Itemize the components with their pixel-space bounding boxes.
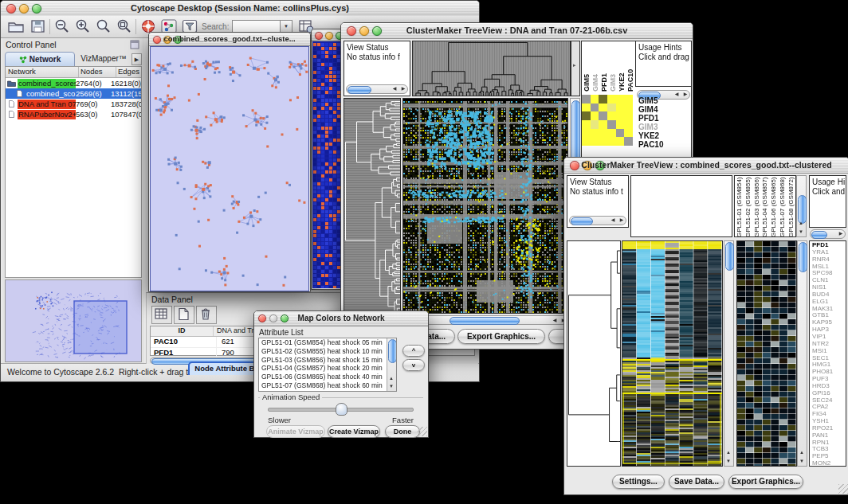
tv2-column-label: GPL51-04 (GSM857): [761, 177, 770, 237]
dialog-title-bar[interactable]: Map Colors to Network: [254, 311, 428, 326]
new-attribute-button[interactable]: [174, 306, 194, 324]
matrix-cell: [624, 137, 633, 146]
close-icon[interactable]: [315, 32, 323, 40]
tv1-gene-label[interactable]: PFD1: [635, 114, 691, 123]
tv1-status-scrollbar[interactable]: ◀ ▶: [346, 84, 408, 94]
attribute-list-item[interactable]: GPL51-04 (GSM857) heat shock 20 min: [259, 364, 396, 373]
animate-vizmap-button[interactable]: Animate Vizmap: [266, 425, 325, 438]
network-tree-row[interactable]: RNAPuberNov2+!563(0)107847(0): [6, 109, 141, 119]
tv1-gene-label[interactable]: YKE2: [635, 131, 691, 140]
tab-overflow-button[interactable]: ▶: [132, 53, 142, 65]
zoom-fit-icon[interactable]: [95, 18, 112, 34]
tv1-gene-label[interactable]: PAC10: [635, 140, 691, 149]
tab-vizmapper[interactable]: VizMapper™: [74, 52, 133, 65]
minimize-icon[interactable]: [325, 32, 333, 40]
network-tree-row[interactable]: combined_sco2569(6)13112(15): [6, 88, 141, 99]
matrix-cell: [607, 95, 616, 104]
tv2-view-status-panel: View Status No status info t ◀ ▶: [567, 175, 629, 228]
tv2-column-label: GPL51-02 (GSM855): [744, 177, 753, 237]
float-panel-icon[interactable]: [130, 40, 139, 49]
tv1-summary-matrix[interactable]: [582, 95, 633, 146]
tv1-gene-label[interactable]: GIM5: [635, 96, 691, 105]
splitter-arrow-icon: ▸: [573, 62, 576, 68]
control-panel-title: Control Panel: [6, 40, 57, 49]
main-title-bar[interactable]: Cytoscape Desktop (Session Name: collins…: [1, 1, 479, 17]
network-window-title-bar[interactable]: combined_scores_good.txt--cluste...: [149, 33, 310, 46]
tv1-column-label: GIM4: [591, 41, 599, 92]
zoom-in-icon[interactable]: [74, 18, 92, 34]
attribute-list-item[interactable]: GPL51-01 (GSM854) heat shock 05 min: [259, 338, 396, 347]
speed-slider-thumb[interactable]: [336, 403, 347, 416]
tv1-splitter[interactable]: ▸: [571, 41, 580, 96]
network-tree-row[interactable]: DNA and Tran 07769(0)183728(0): [6, 99, 141, 109]
tv1-gene-label[interactable]: GIM3: [635, 123, 691, 131]
tv2-hints-scrollbar[interactable]: ▶: [810, 229, 846, 239]
network-canvas[interactable]: [150, 46, 309, 291]
resize-grip[interactable]: [418, 427, 427, 436]
attribute-table-button[interactable]: [151, 306, 172, 324]
tv1-view-status-title: View Status: [344, 41, 410, 53]
treeview1-title: ClusterMaker TreeView : DNA and Tran 07-…: [341, 25, 693, 35]
done-button[interactable]: Done: [385, 425, 420, 438]
tv1-row-dendrogram[interactable]: [344, 98, 401, 318]
network-name-cell[interactable]: DNA and Tran 07: [6, 99, 76, 109]
col-header-nodes[interactable]: Nodes: [79, 67, 116, 77]
tv1-export-graphics-button[interactable]: Export Graphics...: [457, 329, 545, 344]
matrix-cell: [607, 104, 616, 112]
grid-network-canvas[interactable]: [312, 41, 341, 288]
delete-attribute-button[interactable]: [196, 306, 217, 324]
tv2-collabels-scrollbar[interactable]: ▲ ▼: [796, 175, 807, 237]
move-up-button[interactable]: ^: [402, 345, 425, 357]
tv1-gene-label[interactable]: GIM4: [635, 105, 691, 114]
network-tree-row[interactable]: combined_scores2764(0)16218(0): [6, 78, 141, 88]
attribute-list-item[interactable]: GPL51-06 (GSM865) heat shock 40 min: [259, 373, 396, 381]
slider-slower-label: Slower: [268, 416, 291, 424]
tv1-heatmap[interactable]: [402, 98, 568, 314]
tv2-genes-vscrollbar[interactable]: ▲ ▼: [797, 240, 807, 467]
grid-window-title-bar[interactable]: [312, 29, 342, 41]
tv2-status-scrollbar[interactable]: ◀ ▶: [569, 216, 626, 225]
resize-grip[interactable]: [838, 484, 848, 494]
col-header-network[interactable]: Network: [6, 67, 79, 77]
attribute-list[interactable]: GPL51-01 (GSM854) heat shock 05 minGPL51…: [258, 338, 397, 392]
save-icon[interactable]: [29, 18, 47, 34]
tv2-column-labels-panel: GPL51-01 (GSM854)GPL51-02 (GSM855)GPL51-…: [734, 175, 796, 237]
attribute-list-item[interactable]: GPL51-07 (GSM868) heat shock 60 min: [259, 381, 396, 390]
attribute-list-item[interactable]: GPL51-03 (GSM856) heat shock 15 min: [259, 356, 396, 365]
network-name-cell[interactable]: RNAPuberNov2+!: [6, 109, 76, 119]
tv2-export-graphics-button[interactable]: Export Graphics...: [728, 475, 803, 489]
tv2-save-data-button[interactable]: Save Data...: [669, 475, 724, 489]
open-folder-icon[interactable]: [7, 18, 25, 34]
birdseye-view[interactable]: [5, 279, 142, 362]
move-down-button[interactable]: v: [402, 359, 425, 371]
tv2-settings-button[interactable]: Settings...: [612, 475, 665, 489]
create-vizmap-button[interactable]: Create Vizmap: [328, 425, 380, 438]
tv2-column-dendrogram[interactable]: [630, 175, 732, 237]
tv2-summary-heatmap[interactable]: [736, 240, 797, 467]
col-header-id[interactable]: ID: [151, 326, 214, 336]
network-name-cell[interactable]: combined_sco: [6, 88, 76, 99]
zoom-selected-icon[interactable]: [116, 18, 133, 34]
window-controls[interactable]: [315, 32, 344, 40]
tv1-view-status-text: No status info f: [344, 53, 410, 62]
tv2-row-dendrogram[interactable]: [567, 240, 621, 467]
attribute-list-item[interactable]: GPL51-02 (GSM855) heat shock 10 min: [259, 347, 396, 356]
tab-network[interactable]: Network: [5, 52, 75, 67]
network-name-cell[interactable]: combined_scores: [6, 78, 76, 88]
tv2-column-label: GPL51-06 (GSM865): [770, 177, 779, 237]
tv1-column-label: GIM3: [609, 41, 617, 92]
treeview2-title-bar[interactable]: ClusterMaker TreeView : combined_scores_…: [564, 158, 848, 174]
matrix-cell: [624, 111, 633, 120]
matrix-cell: [599, 137, 607, 146]
tv2-heatmap[interactable]: [622, 240, 723, 467]
tv2-gene-label[interactable]: MON2: [810, 460, 833, 467]
matrix-cell: [599, 129, 607, 138]
attribute-list-scrollbar[interactable]: ▲ ▼: [387, 338, 396, 391]
col-header-edges[interactable]: Edges: [116, 67, 141, 77]
zoom-out-icon[interactable]: [53, 18, 71, 34]
tv2-heatmap-vscrollbar[interactable]: ▲ ▼: [724, 240, 734, 467]
tab-network-label: Network: [29, 55, 61, 64]
tv1-view-status-panel: View Status No status info f ◀ ▶: [344, 41, 410, 96]
tv1-column-dendrogram[interactable]: [412, 41, 571, 96]
treeview1-title-bar[interactable]: ClusterMaker TreeView : DNA and Tran 07-…: [341, 23, 693, 39]
